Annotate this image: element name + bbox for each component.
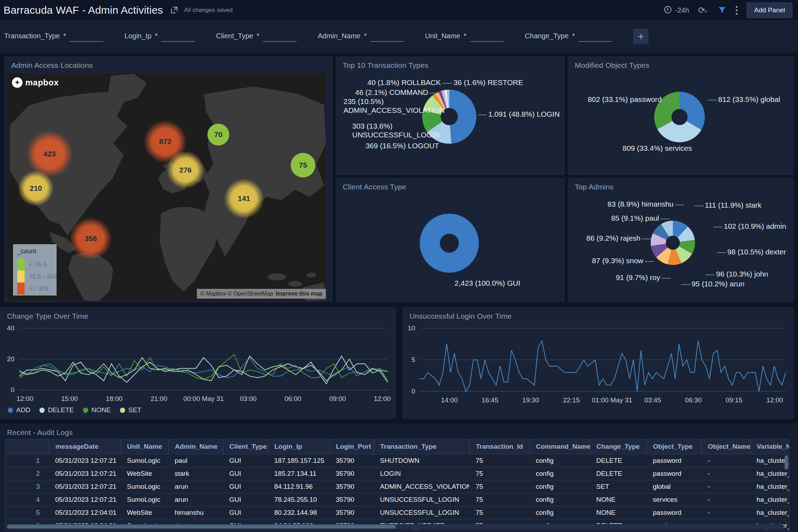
share-icon[interactable] bbox=[169, 6, 179, 15]
x-tick-label: 06:00 bbox=[284, 395, 301, 403]
table-cell: UNSUCCESSFUL_LOGIN bbox=[374, 506, 469, 519]
map-cluster-marker[interactable]: 70 bbox=[207, 124, 229, 145]
table-row[interactable]: 105/31/2023 12:07:21SumoLogicpaulGUI187.… bbox=[5, 454, 790, 467]
legend-dot bbox=[39, 408, 45, 413]
table-cell: arun bbox=[168, 493, 223, 506]
filter-login-ip: Login_Ip * bbox=[124, 31, 195, 42]
column-header-Transaction_Type: Transaction_Type bbox=[374, 439, 469, 454]
map-legend-item: < 76.5 bbox=[17, 259, 52, 271]
legend-item-NONE[interactable]: NONE bbox=[83, 406, 111, 414]
kebab-menu-icon[interactable] bbox=[736, 6, 738, 15]
legend-item-SET[interactable]: SET bbox=[120, 406, 141, 414]
x-tick-label: 14:00 bbox=[441, 396, 458, 404]
table-header-row: messageDateUnit_NameAdmin_NameClient_Typ… bbox=[5, 439, 790, 454]
column-header-messageDate: messageDate bbox=[49, 439, 121, 454]
panel-title: Change Type Over Time bbox=[7, 312, 88, 320]
x-axis: 14:0016:4519:3022:1501:00 May 3103:4506:… bbox=[420, 396, 786, 405]
filter-admin-name-input[interactable] bbox=[370, 31, 404, 42]
filter-transaction-type-input[interactable] bbox=[70, 31, 103, 42]
table-cell: global bbox=[646, 480, 701, 493]
map-cluster-marker[interactable]: 423 bbox=[27, 131, 72, 177]
table-cell: himanshu bbox=[168, 506, 223, 519]
line-chart-unsuccessful-login[interactable]: 10 5 0 14:0016:4519:3022:1501:00 May 310… bbox=[420, 328, 786, 391]
table-vertical-scrollbar[interactable] bbox=[785, 455, 788, 469]
table-row[interactable]: 505/31/2023 12:04:01WebSitehimanshuGUI80… bbox=[5, 506, 790, 519]
donut-chart-object-types[interactable] bbox=[654, 92, 705, 142]
column-header-Client_Type: Client_Type bbox=[223, 439, 268, 454]
table-cell: password bbox=[646, 467, 701, 480]
x-tick-label: 12:00 bbox=[766, 396, 783, 404]
table-cell: GUI bbox=[223, 467, 268, 480]
table-cell: config bbox=[529, 493, 590, 506]
column-header-Object_Name: Object_Name bbox=[701, 439, 750, 454]
filter-bar: Transaction_Type * Login_Ip * Client_Typ… bbox=[0, 20, 798, 53]
y-tick-label: 0 bbox=[411, 388, 415, 395]
x-tick-label: 00:00 May 31 bbox=[183, 395, 224, 403]
x-tick-label: 06:30 bbox=[685, 396, 702, 404]
legend-label: SET bbox=[128, 406, 141, 414]
table-cell: ADMIN_ACCESS_VIOLATION bbox=[374, 480, 469, 493]
table-cell: 35790 bbox=[329, 480, 374, 493]
table-cell: 5 bbox=[5, 506, 49, 519]
slice-label-admin: 102 (10.9%) admin bbox=[724, 222, 786, 231]
line-chart-change-type[interactable]: 40 20 0 12:0015:0018:0021:0000:00 May 31… bbox=[19, 328, 388, 390]
table-row[interactable]: 205/31/2023 12:07:21WebSitestarkGUI185.2… bbox=[5, 467, 790, 480]
table-cell: GUI bbox=[223, 493, 268, 506]
slice-label-restore: 36 (1.6%) RESTORE bbox=[453, 78, 523, 87]
panel-admin-access-locations: Admin Access Locations bbox=[4, 56, 333, 302]
table-cell: SumoLogic bbox=[121, 454, 168, 467]
map-cluster-marker[interactable]: 210 bbox=[18, 171, 53, 206]
time-range-control[interactable]: -24h bbox=[663, 5, 689, 15]
slice-label-logout: 369 (16.5%) LOGOUT bbox=[366, 141, 439, 150]
map-cluster-marker[interactable]: 141 bbox=[224, 179, 264, 218]
table-horizontal-scrollbar[interactable] bbox=[6, 524, 784, 529]
donut-chart-top-admins[interactable] bbox=[651, 221, 695, 265]
map-cluster-marker[interactable]: 75 bbox=[291, 153, 315, 177]
improve-map-link[interactable]: Improve this map bbox=[276, 291, 322, 297]
mapbox-logo[interactable]: ✦ mapbox bbox=[12, 77, 59, 88]
table-cell: ha_cluster_name bbox=[750, 493, 790, 506]
map-cluster-marker[interactable]: 276 bbox=[167, 151, 204, 188]
x-tick-label: 22:15 bbox=[563, 396, 580, 404]
table-cell: - bbox=[701, 467, 750, 480]
column-header-Change_Type: Change_Type bbox=[590, 439, 646, 454]
audit-logs-table-container[interactable]: messageDateUnit_NameAdmin_NameClient_Typ… bbox=[5, 439, 790, 531]
series-line-NONE bbox=[19, 355, 388, 381]
legend-item-ADD[interactable]: ADD bbox=[8, 406, 30, 414]
filter-change-type-input[interactable] bbox=[578, 31, 612, 42]
x-tick-label: 16:45 bbox=[482, 396, 498, 404]
y-tick-label: 5 bbox=[411, 356, 415, 364]
world-map[interactable]: ✦ mapbox 423 872 70 276 75 141 210 356 _… bbox=[7, 73, 326, 301]
legend-item-DELETE[interactable]: DELETE bbox=[39, 406, 74, 414]
slice-label-gui: 2,423 (100.0%) GUI bbox=[455, 279, 520, 287]
table-cell: 2 bbox=[5, 467, 49, 480]
filter-unit-name-input[interactable] bbox=[470, 31, 504, 42]
filter-login-ip-input[interactable] bbox=[161, 31, 195, 42]
add-panel-button[interactable]: Add Panel bbox=[747, 2, 792, 18]
table-cell: stark bbox=[168, 467, 223, 480]
y-tick-label: 20 bbox=[7, 355, 14, 363]
table-cell: SumoLogic bbox=[121, 493, 168, 506]
slice-label-roy: 91 (9.7%) roy bbox=[616, 273, 660, 282]
filter-change-type: Change_Type * bbox=[525, 31, 612, 42]
refresh-control[interactable]: ⟳ ⌄ bbox=[698, 6, 708, 14]
table-cell: arun bbox=[168, 480, 223, 493]
filter-icon[interactable] bbox=[717, 6, 727, 15]
table-cell: 75 bbox=[469, 467, 529, 480]
table-cell: DELETE bbox=[590, 454, 646, 467]
filter-client-type-input[interactable] bbox=[263, 31, 297, 42]
table-row[interactable]: 405/31/2023 12:07:21SumoLogicarunGUI78.2… bbox=[5, 493, 790, 506]
table-cell: WebSite bbox=[121, 506, 168, 519]
add-filter-button[interactable]: + bbox=[633, 29, 649, 44]
map-cluster-marker[interactable]: 356 bbox=[70, 218, 111, 259]
x-tick-label: 12:00 bbox=[374, 395, 391, 403]
table-row[interactable]: 305/31/2023 12:07:21SumoLogicarunGUI84.1… bbox=[5, 480, 790, 493]
panel-title: Modified Object Types bbox=[575, 61, 649, 70]
legend-label: DELETE bbox=[48, 406, 74, 414]
top-bar: Barracuda WAF - Admin Activities All cha… bbox=[0, 0, 798, 20]
filter-transaction-type: Transaction_Type * bbox=[4, 31, 103, 42]
donut-chart-client-access[interactable] bbox=[420, 214, 479, 273]
filter-admin-name: Admin_Name * bbox=[318, 31, 404, 42]
column-header-Login_Ip: Login_Ip bbox=[268, 439, 329, 454]
table-cell: 35790 bbox=[329, 493, 374, 506]
